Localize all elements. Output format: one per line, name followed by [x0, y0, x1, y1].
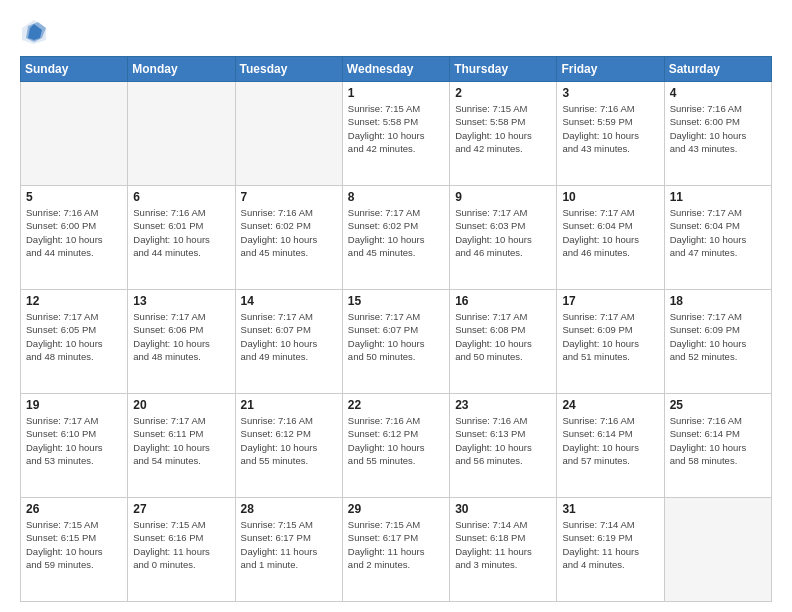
day-info: Sunrise: 7:16 AM Sunset: 6:00 PM Dayligh…	[26, 206, 122, 259]
day-number: 7	[241, 190, 337, 204]
day-cell: 26Sunrise: 7:15 AM Sunset: 6:15 PM Dayli…	[21, 498, 128, 602]
day-number: 2	[455, 86, 551, 100]
day-number: 14	[241, 294, 337, 308]
day-cell: 30Sunrise: 7:14 AM Sunset: 6:18 PM Dayli…	[450, 498, 557, 602]
logo-icon	[20, 18, 48, 46]
day-number: 6	[133, 190, 229, 204]
day-number: 22	[348, 398, 444, 412]
day-number: 26	[26, 502, 122, 516]
day-cell: 2Sunrise: 7:15 AM Sunset: 5:58 PM Daylig…	[450, 82, 557, 186]
day-cell: 24Sunrise: 7:16 AM Sunset: 6:14 PM Dayli…	[557, 394, 664, 498]
day-cell: 1Sunrise: 7:15 AM Sunset: 5:58 PM Daylig…	[342, 82, 449, 186]
day-info: Sunrise: 7:15 AM Sunset: 5:58 PM Dayligh…	[348, 102, 444, 155]
day-info: Sunrise: 7:17 AM Sunset: 6:03 PM Dayligh…	[455, 206, 551, 259]
day-cell: 15Sunrise: 7:17 AM Sunset: 6:07 PM Dayli…	[342, 290, 449, 394]
day-cell: 31Sunrise: 7:14 AM Sunset: 6:19 PM Dayli…	[557, 498, 664, 602]
day-info: Sunrise: 7:17 AM Sunset: 6:06 PM Dayligh…	[133, 310, 229, 363]
day-number: 20	[133, 398, 229, 412]
day-info: Sunrise: 7:14 AM Sunset: 6:18 PM Dayligh…	[455, 518, 551, 571]
day-number: 5	[26, 190, 122, 204]
day-number: 1	[348, 86, 444, 100]
day-info: Sunrise: 7:17 AM Sunset: 6:05 PM Dayligh…	[26, 310, 122, 363]
day-info: Sunrise: 7:17 AM Sunset: 6:09 PM Dayligh…	[670, 310, 766, 363]
day-info: Sunrise: 7:16 AM Sunset: 6:14 PM Dayligh…	[562, 414, 658, 467]
day-cell: 5Sunrise: 7:16 AM Sunset: 6:00 PM Daylig…	[21, 186, 128, 290]
day-cell: 7Sunrise: 7:16 AM Sunset: 6:02 PM Daylig…	[235, 186, 342, 290]
weekday-header-saturday: Saturday	[664, 57, 771, 82]
day-cell: 23Sunrise: 7:16 AM Sunset: 6:13 PM Dayli…	[450, 394, 557, 498]
day-info: Sunrise: 7:17 AM Sunset: 6:02 PM Dayligh…	[348, 206, 444, 259]
calendar-table: SundayMondayTuesdayWednesdayThursdayFrid…	[20, 56, 772, 602]
day-info: Sunrise: 7:17 AM Sunset: 6:11 PM Dayligh…	[133, 414, 229, 467]
day-number: 28	[241, 502, 337, 516]
weekday-header-row: SundayMondayTuesdayWednesdayThursdayFrid…	[21, 57, 772, 82]
weekday-header-wednesday: Wednesday	[342, 57, 449, 82]
day-cell: 10Sunrise: 7:17 AM Sunset: 6:04 PM Dayli…	[557, 186, 664, 290]
day-cell: 22Sunrise: 7:16 AM Sunset: 6:12 PM Dayli…	[342, 394, 449, 498]
day-cell: 18Sunrise: 7:17 AM Sunset: 6:09 PM Dayli…	[664, 290, 771, 394]
day-number: 13	[133, 294, 229, 308]
page: SundayMondayTuesdayWednesdayThursdayFrid…	[0, 0, 792, 612]
day-number: 27	[133, 502, 229, 516]
day-number: 9	[455, 190, 551, 204]
weekday-header-monday: Monday	[128, 57, 235, 82]
day-cell: 20Sunrise: 7:17 AM Sunset: 6:11 PM Dayli…	[128, 394, 235, 498]
day-cell: 27Sunrise: 7:15 AM Sunset: 6:16 PM Dayli…	[128, 498, 235, 602]
day-number: 21	[241, 398, 337, 412]
day-info: Sunrise: 7:17 AM Sunset: 6:07 PM Dayligh…	[241, 310, 337, 363]
day-cell: 3Sunrise: 7:16 AM Sunset: 5:59 PM Daylig…	[557, 82, 664, 186]
day-info: Sunrise: 7:15 AM Sunset: 6:17 PM Dayligh…	[348, 518, 444, 571]
day-cell: 14Sunrise: 7:17 AM Sunset: 6:07 PM Dayli…	[235, 290, 342, 394]
week-row-0: 1Sunrise: 7:15 AM Sunset: 5:58 PM Daylig…	[21, 82, 772, 186]
day-cell	[235, 82, 342, 186]
day-cell: 12Sunrise: 7:17 AM Sunset: 6:05 PM Dayli…	[21, 290, 128, 394]
day-number: 18	[670, 294, 766, 308]
day-info: Sunrise: 7:17 AM Sunset: 6:09 PM Dayligh…	[562, 310, 658, 363]
day-info: Sunrise: 7:17 AM Sunset: 6:04 PM Dayligh…	[562, 206, 658, 259]
day-number: 16	[455, 294, 551, 308]
day-info: Sunrise: 7:17 AM Sunset: 6:04 PM Dayligh…	[670, 206, 766, 259]
day-info: Sunrise: 7:16 AM Sunset: 5:59 PM Dayligh…	[562, 102, 658, 155]
day-cell: 19Sunrise: 7:17 AM Sunset: 6:10 PM Dayli…	[21, 394, 128, 498]
day-info: Sunrise: 7:16 AM Sunset: 6:14 PM Dayligh…	[670, 414, 766, 467]
day-cell	[128, 82, 235, 186]
day-cell: 9Sunrise: 7:17 AM Sunset: 6:03 PM Daylig…	[450, 186, 557, 290]
day-info: Sunrise: 7:15 AM Sunset: 6:16 PM Dayligh…	[133, 518, 229, 571]
week-row-2: 12Sunrise: 7:17 AM Sunset: 6:05 PM Dayli…	[21, 290, 772, 394]
day-cell	[664, 498, 771, 602]
day-number: 30	[455, 502, 551, 516]
day-cell: 17Sunrise: 7:17 AM Sunset: 6:09 PM Dayli…	[557, 290, 664, 394]
day-number: 25	[670, 398, 766, 412]
day-number: 31	[562, 502, 658, 516]
day-info: Sunrise: 7:15 AM Sunset: 6:17 PM Dayligh…	[241, 518, 337, 571]
day-number: 19	[26, 398, 122, 412]
weekday-header-sunday: Sunday	[21, 57, 128, 82]
day-number: 10	[562, 190, 658, 204]
day-info: Sunrise: 7:15 AM Sunset: 6:15 PM Dayligh…	[26, 518, 122, 571]
day-info: Sunrise: 7:16 AM Sunset: 6:12 PM Dayligh…	[348, 414, 444, 467]
day-cell: 16Sunrise: 7:17 AM Sunset: 6:08 PM Dayli…	[450, 290, 557, 394]
week-row-4: 26Sunrise: 7:15 AM Sunset: 6:15 PM Dayli…	[21, 498, 772, 602]
day-cell: 4Sunrise: 7:16 AM Sunset: 6:00 PM Daylig…	[664, 82, 771, 186]
weekday-header-tuesday: Tuesday	[235, 57, 342, 82]
day-number: 12	[26, 294, 122, 308]
day-info: Sunrise: 7:16 AM Sunset: 6:01 PM Dayligh…	[133, 206, 229, 259]
day-info: Sunrise: 7:17 AM Sunset: 6:10 PM Dayligh…	[26, 414, 122, 467]
weekday-header-friday: Friday	[557, 57, 664, 82]
day-number: 15	[348, 294, 444, 308]
logo	[20, 18, 52, 46]
day-number: 8	[348, 190, 444, 204]
day-number: 17	[562, 294, 658, 308]
day-number: 11	[670, 190, 766, 204]
weekday-header-thursday: Thursday	[450, 57, 557, 82]
week-row-1: 5Sunrise: 7:16 AM Sunset: 6:00 PM Daylig…	[21, 186, 772, 290]
day-number: 4	[670, 86, 766, 100]
day-info: Sunrise: 7:17 AM Sunset: 6:07 PM Dayligh…	[348, 310, 444, 363]
day-info: Sunrise: 7:16 AM Sunset: 6:12 PM Dayligh…	[241, 414, 337, 467]
day-number: 29	[348, 502, 444, 516]
day-cell: 28Sunrise: 7:15 AM Sunset: 6:17 PM Dayli…	[235, 498, 342, 602]
day-info: Sunrise: 7:15 AM Sunset: 5:58 PM Dayligh…	[455, 102, 551, 155]
day-cell: 25Sunrise: 7:16 AM Sunset: 6:14 PM Dayli…	[664, 394, 771, 498]
day-cell	[21, 82, 128, 186]
day-number: 3	[562, 86, 658, 100]
